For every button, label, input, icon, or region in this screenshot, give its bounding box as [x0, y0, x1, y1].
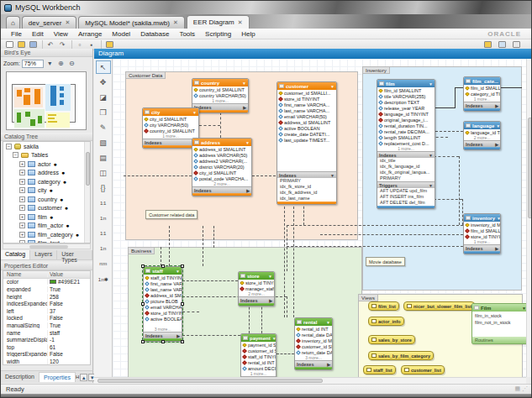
- rel-pick-columns-icon[interactable]: 1:n✱: [96, 272, 111, 285]
- footer-indexes-bar[interactable]: Indexes▶: [295, 360, 332, 367]
- toggle-grid-icon[interactable]: ▫: [75, 40, 85, 49]
- tab-close-icon[interactable]: ✕: [238, 19, 243, 26]
- collapse-arrow-icon[interactable]: ▼: [272, 336, 276, 341]
- tab-mysql[interactable]: MySQL Model* (sakila.mwb)✕: [78, 16, 185, 29]
- diagram-canvas[interactable]: Customer DataInventoryBusinessViewscount…: [113, 59, 526, 377]
- menu-file[interactable]: File: [6, 30, 27, 38]
- menu-view[interactable]: View: [49, 30, 73, 38]
- footer-indexes-bar[interactable]: Indexes▶: [239, 296, 274, 303]
- entity-table-film_cate[interactable]: film_cate...▼film_id SMALLINTcategory_id…: [463, 76, 501, 112]
- entity-header[interactable]: film_cate...▼: [464, 77, 500, 85]
- footer-indexes-bar[interactable]: Indexes▶: [143, 139, 198, 145]
- collapse-arrow-icon[interactable]: ▼: [192, 110, 197, 115]
- view-sales_by_film_category[interactable]: sales_by_film_category: [368, 351, 434, 360]
- menu-help[interactable]: Help: [236, 30, 260, 38]
- property-row[interactable]: height258: [3, 293, 90, 301]
- tree-folder-tables[interactable]: −Tables: [3, 151, 90, 160]
- tree-expand-icon[interactable]: −: [13, 152, 18, 158]
- entity-header[interactable]: film▼: [377, 80, 435, 87]
- undo-icon[interactable]: ↶: [45, 40, 55, 49]
- tree-schema-sakila[interactable]: −sakila: [3, 142, 90, 151]
- tree-expand-icon[interactable]: +: [19, 232, 25, 238]
- entity-table-store[interactable]: store▼store_id TINYINTmanager_staff_id .…: [238, 271, 275, 306]
- entity-header[interactable]: store▼: [239, 272, 274, 280]
- view-nicer_but_slower_film_list[interactable]: nicer_but_slower_film_list: [403, 301, 475, 311]
- birds-eye-minimap[interactable]: [6, 71, 87, 130]
- bottom-tab-description[interactable]: Description: [1, 372, 39, 382]
- collapse-arrow-icon[interactable]: ▼: [176, 269, 180, 274]
- tab-close-icon[interactable]: ✕: [65, 19, 70, 26]
- catalog-tab-user-types[interactable]: User Types: [57, 250, 92, 259]
- collapse-arrow-icon[interactable]: ▼: [245, 140, 250, 145]
- canvas-vertical-scrollbar[interactable]: [526, 59, 532, 377]
- view-customer_list[interactable]: customer_list: [401, 365, 445, 374]
- footer-indexes-bar[interactable]: Indexes▶: [144, 332, 182, 338]
- tree-table-category[interactable]: +category●: [3, 177, 90, 186]
- section-indexes[interactable]: Indexes▼: [277, 171, 336, 178]
- property-row[interactable]: top61: [3, 343, 90, 351]
- tree-table-actor[interactable]: +actor●: [3, 160, 90, 169]
- zoom-in-icon[interactable]: ⊕: [56, 60, 66, 67]
- selection-handle[interactable]: [141, 302, 145, 306]
- entity-table-customer[interactable]: customer▼customer_id SMALLI...store_id T…: [277, 81, 337, 205]
- routine-group-header[interactable]: Film▼: [472, 304, 526, 312]
- tree-table-film[interactable]: +film●: [3, 212, 90, 222]
- title-bar[interactable]: MySQL Workbench: [1, 1, 532, 14]
- expand-arrow-icon[interactable]: ▶: [243, 105, 246, 110]
- selection-handle[interactable]: [161, 264, 165, 268]
- collapse-arrow-icon[interactable]: ▼: [496, 123, 500, 128]
- rel-1-1-non-identifying-icon[interactable]: 1:1: [96, 196, 111, 210]
- property-row[interactable]: width120: [3, 358, 90, 365]
- image-tool-icon[interactable]: ▧: [96, 136, 111, 149]
- footer-indexes-bar[interactable]: Indexes▶: [464, 102, 500, 108]
- tree-expand-icon[interactable]: +: [19, 205, 25, 211]
- routine-group-tool-icon[interactable]: {}: [96, 181, 111, 195]
- bottom-tab-properties[interactable]: Properties: [39, 372, 76, 382]
- property-row[interactable]: summarizeDisplay-1: [3, 336, 90, 343]
- table-tool-icon[interactable]: ▤: [96, 151, 111, 165]
- tree-expand-icon[interactable]: +: [19, 196, 25, 202]
- view-tool-icon[interactable]: ◫: [96, 166, 111, 180]
- selection-handle[interactable]: [181, 302, 184, 306]
- menu-model[interactable]: Model: [107, 30, 135, 38]
- footer-indexes-bar[interactable]: Indexes▶: [192, 186, 251, 193]
- rel-1-n-non-identifying-icon[interactable]: 1:n: [96, 212, 111, 225]
- tree-expand-icon[interactable]: +: [19, 170, 25, 175]
- collapse-arrow-icon[interactable]: ▼: [330, 173, 334, 178]
- entity-header[interactable]: language▼: [464, 122, 500, 129]
- entity-header[interactable]: payment▼: [241, 334, 276, 342]
- entity-header[interactable]: country▼: [192, 79, 248, 86]
- new-diagram-icon[interactable]: [104, 40, 114, 49]
- cursor-tool-icon[interactable]: ↖: [96, 60, 111, 74]
- entity-table-language[interactable]: language▼language_id TINY...2 more...Ind…: [463, 121, 501, 150]
- view-sales_by_store[interactable]: sales_by_store: [368, 335, 415, 344]
- note-movie-database[interactable]: Movie database: [366, 257, 405, 266]
- collapse-arrow-icon[interactable]: ▼: [497, 216, 500, 221]
- selection-handle[interactable]: [141, 264, 145, 268]
- zoom-input[interactable]: 75%: [22, 60, 44, 68]
- align-grid-icon[interactable]: ▪: [87, 40, 97, 49]
- entity-table-film[interactable]: film▼film_id SMALLINTtitle VARCHAR(255)d…: [377, 79, 435, 209]
- expand-arrow-icon[interactable]: ▶: [176, 333, 180, 338]
- selection-handle[interactable]: [161, 340, 165, 343]
- expand-arrow-icon[interactable]: ▶: [495, 246, 498, 251]
- tab-dev_server[interactable]: dev_server✕: [22, 16, 76, 29]
- save-model-icon[interactable]: [28, 40, 38, 49]
- entity-table-inventory[interactable]: inventory▼inventory_id MEDI...film_id SM…: [463, 213, 501, 254]
- entity-table-staff[interactable]: staff▼staff_id TINYINTfirst_name VARCH..…: [143, 266, 182, 342]
- tree-table-address[interactable]: +address●: [3, 169, 90, 178]
- entity-header[interactable]: rental▼: [295, 318, 332, 326]
- entity-header[interactable]: staff▼: [144, 267, 182, 275]
- selection-handle[interactable]: [181, 340, 184, 343]
- export-image-icon[interactable]: [482, 40, 492, 49]
- expand-arrow-icon[interactable]: ▶: [495, 103, 498, 108]
- menu-arrange[interactable]: Arrange: [73, 30, 107, 38]
- diagram-panel-header[interactable]: Diagram: [94, 49, 532, 59]
- entity-header[interactable]: city▼: [143, 108, 198, 116]
- expand-arrow-icon[interactable]: ▶: [327, 362, 330, 367]
- property-row[interactable]: triggersExpandedFalse: [3, 351, 90, 359]
- expand-arrow-icon[interactable]: ▶: [495, 142, 498, 147]
- property-row[interactable]: expandedTrue: [3, 285, 90, 293]
- note-customer-related-data[interactable]: Customer related data: [145, 210, 198, 219]
- menu-edit[interactable]: Edit: [27, 30, 49, 38]
